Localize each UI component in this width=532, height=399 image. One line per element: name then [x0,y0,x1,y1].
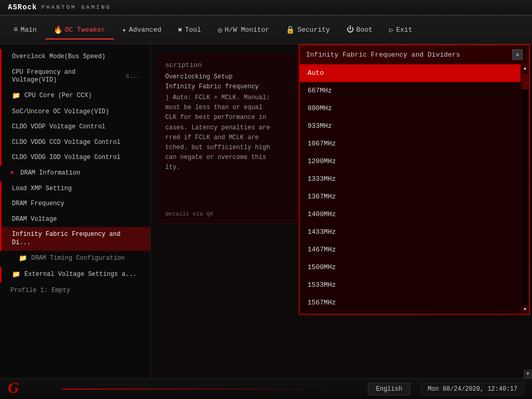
cpu-freq-value: C... [126,73,140,80]
nav-advanced[interactable]: ✦ Advanced [114,21,170,38]
nav-main[interactable]: ≡ Main [5,21,45,38]
sidebar-dram-info-label: DRAM Information [20,169,80,178]
dropdown-item[interactable]: 1467MHz [300,241,521,259]
sidebar-item-cpu-core[interactable]: 📁 CPU Core (Per CCX) [0,88,150,104]
footer-right: English Mon 08/24/2020, 12:40:17 [368,383,524,395]
modal-title: Infinity Fabric Frequency and Dividers [306,51,460,59]
scroll-up-arrow[interactable]: ▲ [521,64,529,73]
modal-titlebar: Infinity Fabric Frequency and Dividers ✕ [300,45,529,64]
sidebar-item-cldo-vddg-ccd[interactable]: CLDO VDDG CCD Voltage Control [0,135,150,151]
nav-oc-tweaker-label: OC Tweaker [65,26,105,34]
dropdown-item[interactable]: 1500MHz [300,259,521,276]
qr-text: details via QR [165,211,213,217]
sidebar-item-dram-info[interactable]: ✖ DRAM Information [0,166,150,181]
sidebar-item-infinity-fabric[interactable]: Infinity Fabric Frequency and Di... [0,227,150,250]
folder-icon-2: 📁 [19,255,27,263]
language-button[interactable]: English [368,383,410,395]
dropdown-item[interactable]: 1533MHz [300,276,521,294]
extra-scroll-area: ▼ [524,370,532,378]
nav-exit[interactable]: ▷ Exit [381,21,421,38]
dropdown-item[interactable]: 667MHz [300,82,521,100]
sidebar-overclock-mode-label: Overclock Mode(Bus Speed) [12,53,105,61]
profile-text: Profile 1: Empty [0,283,150,298]
navigation: ≡ Main 🔥 OC Tweaker ✦ Advanced ✖ Tool ◎ … [0,16,532,44]
nav-security[interactable]: 🔒 Security [277,21,338,38]
sidebar-cldo-vddg-iod-label: CLDO VDDG IOD Voltage Control [12,154,121,162]
scroll-track [521,73,529,305]
sidebar-item-dram-timing[interactable]: 📁 DRAM Timing Configuration [0,251,150,267]
asrock-logo: ASRock [8,3,37,11]
nav-hw-monitor-label: H/W Monitor [225,26,270,34]
sidebar-dram-voltage-label: DRAM Voltage [12,216,57,224]
logo: ASRock PHANTOM GAMING [8,3,111,11]
menu-icon: ≡ [14,25,18,34]
footer: G English Mon 08/24/2020, 12:40:17 [0,378,532,399]
sidebar-item-cpu-freq-voltage[interactable]: CPU Frequency and Voltage(VID) C... [0,65,150,88]
nav-tool-label: Tool [185,26,201,34]
nav-boot[interactable]: ⏻ Boot [338,21,381,38]
nav-security-label: Security [297,26,329,34]
dropdown-item[interactable]: 1600MHz [300,312,521,314]
dropdown-modal: Infinity Fabric Frequency and Dividers ✕… [299,44,530,315]
extra-scroll-down[interactable]: ▼ [524,370,532,378]
dropdown-item[interactable]: 1567MHz [300,294,521,312]
footer-center [29,389,368,390]
power-icon: ⏻ [347,25,354,34]
scrollbar: ▲ ▼ [521,64,529,314]
flame-icon: 🔥 [54,25,62,34]
nav-exit-label: Exit [396,26,413,34]
header-bar: ASRock PHANTOM GAMING [0,0,532,16]
sidebar-item-overclock-mode[interactable]: Overclock Mode(Bus Speed) [0,49,150,65]
sidebar-dram-timing-label: DRAM Timing Configuration [31,255,125,263]
dropdown-item[interactable]: 1200MHz [300,153,521,170]
phantom-logo: PHANTOM GAMING [41,4,111,10]
sidebar: Overclock Mode(Bus Speed) CPU Frequency … [0,44,151,378]
folder-icon: 📁 [12,92,20,101]
dropdown-list: Auto667MHz800MHz933MHz1067MHz1200MHz1333… [300,64,529,314]
main-content: Overclock Mode(Bus Speed) CPU Frequency … [0,44,532,378]
nav-tool[interactable]: ✖ Tool [170,21,210,38]
sidebar-cldo-vddp-label: CLDO VDDP Voltage Control [12,123,105,131]
dropdown-items-list: Auto667MHz800MHz933MHz1067MHz1200MHz1333… [300,64,521,314]
sidebar-cldo-vddg-ccd-label: CLDO VDDG CCD Voltage Control [12,139,121,147]
dropdown-item[interactable]: 1333MHz [300,170,521,188]
sidebar-item-dram-voltage[interactable]: DRAM Voltage [0,212,150,228]
asrock-g-logo: G [8,378,29,396]
tool-icon-2: ✖ [10,169,14,178]
dropdown-item[interactable]: 1400MHz [300,206,521,223]
dropdown-item[interactable]: 800MHz [300,100,521,117]
nav-boot-label: Boot [356,26,373,34]
datetime-display: Mon 08/24/2020, 12:40:17 [421,383,524,395]
sidebar-item-cldo-vddp[interactable]: CLDO VDDP Voltage Control [0,119,150,135]
tool-icon: ✖ [178,25,182,34]
scroll-thumb[interactable] [522,74,528,89]
dropdown-item[interactable]: 1067MHz [300,135,521,153]
star-icon: ✦ [122,25,126,34]
dropdown-item[interactable]: 933MHz [300,117,521,135]
sidebar-soc-voltage-label: SoC/Uncore OC Voltage(VID) [12,108,109,116]
nav-main-label: Main [20,26,36,34]
sidebar-item-load-xmp[interactable]: Load XMP Setting [0,181,150,197]
folder-icon-3: 📁 [12,271,20,280]
sidebar-cpu-freq-label: CPU Frequency and Voltage(VID) [12,69,122,85]
dropdown-item[interactable]: Auto [300,64,521,82]
monitor-icon: ◎ [218,25,222,34]
nav-hw-monitor[interactable]: ◎ H/W Monitor [209,21,277,38]
sidebar-infinity-fabric-label: Infinity Fabric Frequency and Di... [12,231,140,247]
sidebar-load-xmp-label: Load XMP Setting [12,185,72,193]
sidebar-ext-voltage-label: External Voltage Settings a... [24,271,137,279]
dropdown-item[interactable]: 1433MHz [300,223,521,241]
exit-icon: ▷ [389,25,393,34]
sidebar-item-ext-voltage[interactable]: 📁 External Voltage Settings a... [0,267,150,283]
nav-oc-tweaker[interactable]: 🔥 OC Tweaker [45,21,114,38]
lock-icon: 🔒 [286,25,295,34]
dropdown-item[interactable]: 1367MHz [300,188,521,206]
right-panel: scription Overclocking Setup Infinity Fa… [151,44,532,378]
nav-advanced-label: Advanced [129,26,161,34]
sidebar-item-cldo-vddg-iod[interactable]: CLDO VDDG IOD Voltage Control [0,150,150,166]
scroll-down-arrow[interactable]: ▼ [521,305,529,314]
sidebar-item-dram-freq[interactable]: DRAM Frequency [0,196,150,212]
sidebar-cpu-core-label: CPU Core (Per CCX) [24,92,92,100]
sidebar-item-soc-voltage[interactable]: SoC/Uncore OC Voltage(VID) [0,104,150,120]
modal-close-button[interactable]: ✕ [512,49,523,60]
